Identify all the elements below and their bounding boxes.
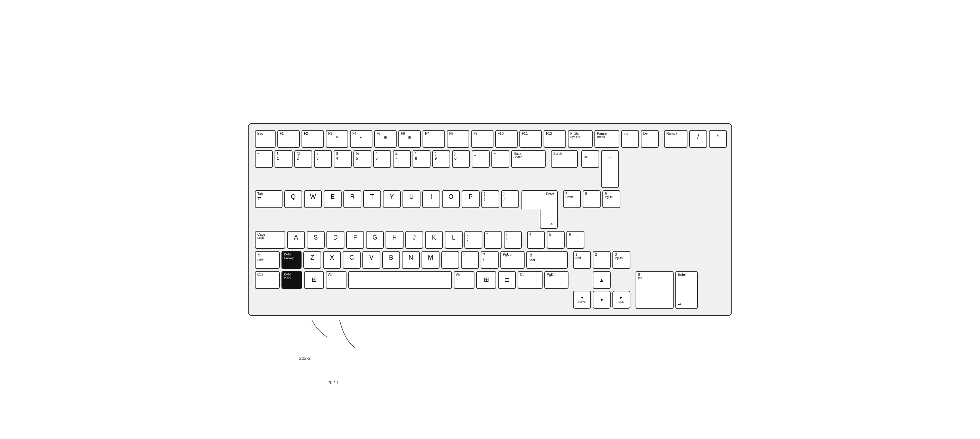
key-scrlk[interactable]: ScrLk [551, 150, 578, 168]
key-num-enter[interactable]: Enter ↵ [675, 271, 698, 309]
key-semicolon[interactable]: : ; [465, 231, 482, 249]
key-down-arrow[interactable]: ▼ [593, 291, 611, 309]
key-pgup[interactable]: PgUp [500, 251, 525, 269]
key-equals[interactable]: + = [492, 150, 509, 168]
key-del[interactable]: Del [641, 130, 659, 148]
key-minus[interactable]: _ – [472, 150, 490, 168]
key-f8[interactable]: F8 [447, 130, 469, 148]
key-num6[interactable]: 6 → [566, 231, 584, 249]
key-f4[interactable]: F4 ↩ [350, 130, 372, 148]
key-3[interactable]: # 3 [314, 150, 332, 168]
key-f3[interactable]: F3 ⊕ [326, 130, 348, 148]
key-b[interactable]: B [382, 251, 400, 269]
key-right-arrow[interactable]: ►END [612, 291, 630, 309]
key-8[interactable]: * 8 [412, 150, 431, 168]
key-win-left[interactable]: ⊞ [304, 271, 324, 289]
key-right-ctrl[interactable]: Ctrl [518, 271, 542, 289]
key-q[interactable]: Q [284, 190, 302, 208]
key-f9[interactable]: F9 [471, 130, 493, 148]
key-kvm-hotkey[interactable]: KVMHotkey [282, 251, 302, 269]
key-tab[interactable]: Tab ⇄ [255, 190, 283, 208]
key-menu[interactable]: ☰ [498, 271, 516, 289]
key-question[interactable]: ? / [480, 251, 499, 269]
key-m[interactable]: M [422, 251, 439, 269]
key-ins[interactable]: Ins [621, 130, 639, 148]
key-f[interactable]: F [346, 231, 364, 249]
key-t[interactable]: T [363, 190, 381, 208]
key-up-arrow[interactable]: ▲ [593, 271, 611, 289]
key-num0[interactable]: 0 Ins [636, 271, 674, 309]
key-num-dot-del[interactable]: . Del [581, 150, 599, 168]
key-f7[interactable]: F7 [423, 130, 445, 148]
key-num3[interactable]: 3 PgDn [612, 251, 630, 269]
key-7[interactable]: & 7 [393, 150, 411, 168]
key-v[interactable]: V [363, 251, 380, 269]
key-w[interactable]: W [304, 190, 322, 208]
key-num-star[interactable]: * [709, 130, 727, 148]
key-f12[interactable]: F12 [544, 130, 566, 148]
key-0[interactable]: ) 0 [452, 150, 470, 168]
key-u[interactable]: U [402, 190, 420, 208]
key-right-alt[interactable]: Alt [454, 271, 474, 289]
key-lbrace[interactable]: { [ [481, 190, 500, 208]
key-4[interactable]: $ 4 [334, 150, 352, 168]
key-caps-lock[interactable]: Caps Lock [255, 231, 285, 249]
key-win-right[interactable]: ⊞ [476, 271, 496, 289]
key-kvm-osd[interactable]: KVMOSD [282, 271, 302, 289]
key-left-alt[interactable]: Alt [326, 271, 347, 289]
key-d[interactable]: D [326, 231, 344, 249]
key-num8[interactable]: 8 ↑ [583, 190, 601, 208]
key-gt[interactable]: > . [461, 251, 479, 269]
key-9[interactable]: ( 9 [432, 150, 450, 168]
key-rbrace[interactable]: } ] [501, 190, 519, 208]
key-z[interactable]: Z [303, 251, 321, 269]
key-f1[interactable]: F1 [277, 130, 300, 148]
key-esc[interactable]: Esc [255, 130, 275, 148]
key-f6[interactable]: F6 ▣ [398, 130, 421, 148]
key-quote[interactable]: " ' [484, 231, 502, 249]
key-f11[interactable]: F11 [519, 130, 542, 148]
key-num4[interactable]: 4 ← [527, 231, 545, 249]
key-pgdn[interactable]: PgDn [544, 271, 568, 289]
key-num9[interactable]: 9 PgUp [602, 190, 620, 208]
key-n[interactable]: N [402, 251, 420, 269]
key-k[interactable]: K [425, 231, 443, 249]
key-tilde[interactable]: ~ ` [255, 150, 273, 168]
key-pause[interactable]: Pause Break [595, 130, 619, 148]
key-l[interactable]: L [445, 231, 463, 249]
key-backslash[interactable]: | \ [504, 231, 522, 249]
key-r[interactable]: R [344, 190, 361, 208]
key-prtsc[interactable]: PrtSc Sys Rq [568, 130, 593, 148]
key-j[interactable]: J [405, 231, 423, 249]
key-num-plus[interactable]: + [601, 150, 619, 188]
key-g[interactable]: G [366, 231, 384, 249]
key-lt[interactable]: < , [441, 251, 459, 269]
key-2[interactable]: @ 2 [294, 150, 312, 168]
key-c[interactable]: C [343, 251, 361, 269]
key-p[interactable]: P [461, 190, 480, 208]
key-left-shift[interactable]: ⇧ Shift [255, 251, 280, 269]
key-x[interactable]: X [323, 251, 341, 269]
key-5[interactable]: % 5 [353, 150, 371, 168]
key-i[interactable]: I [422, 190, 440, 208]
key-right-shift[interactable]: ⇧ Shift [526, 251, 568, 269]
key-f10[interactable]: F10 [495, 130, 518, 148]
key-left-arrow[interactable]: ◄Home [573, 291, 591, 309]
key-space[interactable] [348, 271, 452, 289]
key-s[interactable]: S [307, 231, 325, 249]
key-a[interactable]: A [287, 231, 305, 249]
key-num5[interactable]: 5 [547, 231, 565, 249]
key-num7[interactable]: 7 Home [563, 190, 581, 208]
key-f5[interactable]: F5 ▣ [374, 130, 397, 148]
key-o[interactable]: O [442, 190, 460, 208]
key-left-ctrl[interactable]: Ctrl [255, 271, 280, 289]
key-f2[interactable]: F2 [302, 130, 324, 148]
key-1[interactable]: ! 1 [275, 150, 293, 168]
key-num2[interactable]: 2 ↓ [593, 251, 611, 269]
key-h[interactable]: H [385, 231, 404, 249]
key-6[interactable]: ^ 6 [373, 150, 391, 168]
key-e[interactable]: E [324, 190, 342, 208]
key-numlk[interactable]: NumLk [664, 130, 687, 148]
key-enter[interactable]: Enter [522, 190, 558, 210]
key-y[interactable]: Y [383, 190, 401, 208]
